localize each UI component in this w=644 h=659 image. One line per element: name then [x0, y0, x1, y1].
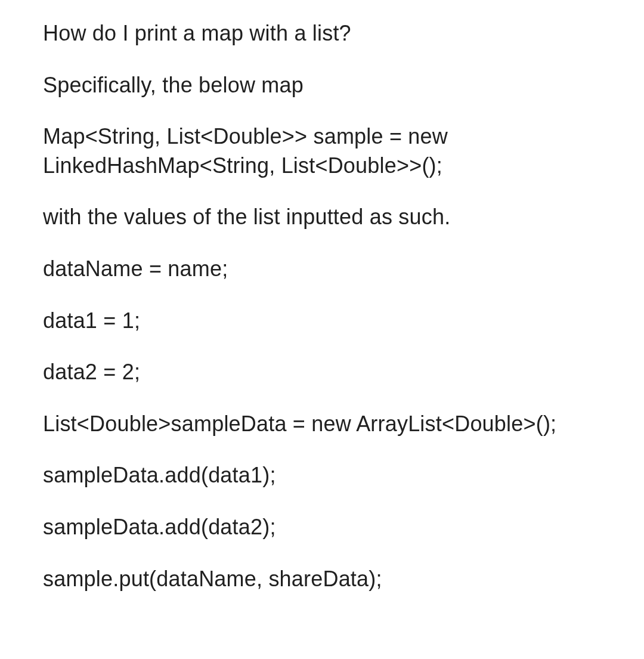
paragraph: sampleData.add(data1); — [43, 461, 601, 490]
paragraph: data1 = 1; — [43, 307, 601, 336]
paragraph: Specifically, the below map — [43, 71, 601, 100]
paragraph: data2 = 2; — [43, 358, 601, 387]
paragraph: How do I print a map with a list? — [43, 19, 601, 48]
paragraph: dataName = name; — [43, 255, 601, 284]
paragraph: with the values of the list inputted as … — [43, 203, 601, 232]
paragraph: sample.put(dataName, shareData); — [43, 565, 601, 594]
paragraph: sampleData.add(data2); — [43, 513, 601, 542]
paragraph: Map<String, List<Double>> sample = new L… — [43, 122, 601, 180]
paragraph: List<Double>sampleData = new ArrayList<D… — [43, 410, 601, 439]
document-body: How do I print a map with a list? Specif… — [0, 0, 644, 640]
